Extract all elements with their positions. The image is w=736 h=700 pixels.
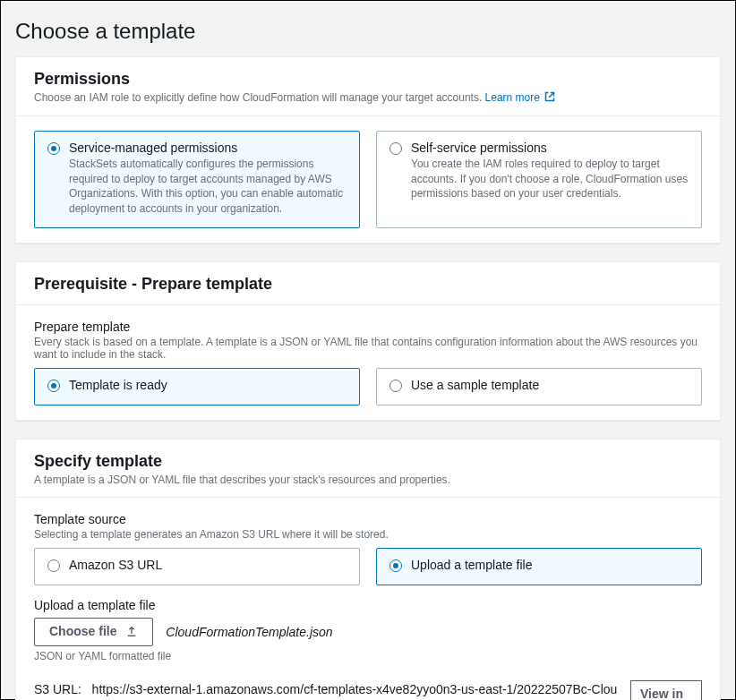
radio-icon — [389, 559, 402, 572]
option-title: Amazon S3 URL — [69, 558, 347, 572]
template-source-label: Template source — [34, 512, 702, 526]
radio-icon — [389, 380, 402, 392]
permissions-option-self-service[interactable]: Self-service permissions You create the … — [376, 131, 702, 228]
permissions-option-service-managed[interactable]: Service-managed permissions StackSets au… — [34, 131, 360, 228]
upload-icon — [125, 625, 138, 640]
permissions-panel: Permissions Choose an IAM role to explic… — [15, 56, 721, 243]
specify-subtitle: A template is a JSON or YAML file that d… — [34, 473, 702, 488]
format-hint: JSON or YAML formatted file — [34, 650, 702, 662]
prepare-option-sample[interactable]: Use a sample template — [376, 368, 702, 405]
radio-icon — [389, 142, 402, 155]
option-title: Use a sample template — [411, 378, 689, 392]
upload-template-label: Upload a template file — [34, 598, 702, 612]
option-title: Upload a template file — [411, 558, 689, 572]
template-source-hint: Selecting a template generates an Amazon… — [34, 528, 702, 541]
permissions-learn-more-link[interactable]: Learn more — [485, 91, 556, 104]
external-link-icon — [544, 91, 555, 107]
option-desc: You create the IAM roles required to dep… — [411, 157, 689, 201]
prepare-template-label: Prepare template — [34, 320, 702, 334]
s3-url-display: S3 URL: https://s3-external-1.amazonaws.… — [34, 680, 618, 700]
choose-file-button[interactable]: Choose file — [34, 618, 153, 646]
option-title: Self-service permissions — [411, 141, 689, 155]
option-desc: StackSets automatically configures the p… — [69, 157, 347, 217]
radio-icon — [47, 142, 60, 155]
specify-template-panel: Specify template A template is a JSON or… — [15, 439, 721, 700]
prepare-template-hint: Every stack is based on a template. A te… — [34, 336, 702, 361]
prerequisite-panel: Prerequisite - Prepare template Prepare … — [15, 261, 721, 421]
specify-title: Specify template — [34, 452, 702, 471]
radio-icon — [47, 559, 60, 572]
view-in-designer-button[interactable]: View in Designer — [630, 680, 702, 700]
permissions-subtitle: Choose an IAM role to explicitly define … — [34, 90, 702, 107]
prepare-option-ready[interactable]: Template is ready — [34, 368, 360, 405]
option-title: Service-managed permissions — [69, 141, 347, 155]
source-option-upload[interactable]: Upload a template file — [376, 548, 702, 585]
page-title: Choose a template — [15, 19, 721, 44]
prerequisite-title: Prerequisite - Prepare template — [34, 275, 702, 294]
radio-icon — [47, 380, 60, 392]
permissions-title: Permissions — [34, 70, 702, 89]
selected-file-name: CloudFormationTemplate.json — [166, 625, 332, 639]
source-option-s3-url[interactable]: Amazon S3 URL — [34, 548, 360, 585]
option-title: Template is ready — [69, 378, 347, 392]
